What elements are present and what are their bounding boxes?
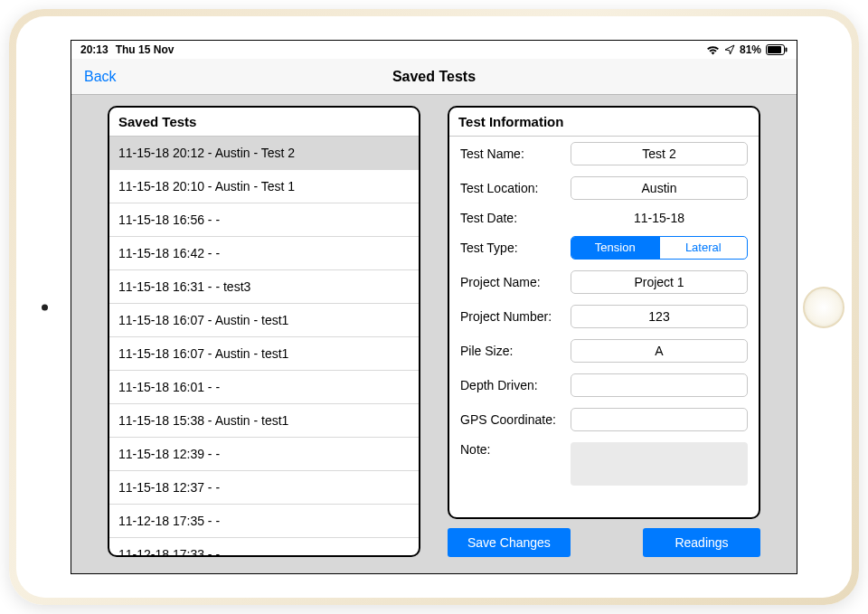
saved-test-row[interactable]: 11-15-18 16:56 - - bbox=[109, 203, 419, 237]
label-test-name: Test Name: bbox=[460, 146, 561, 161]
test-info-panel: Test Information Test Name: Test Locatio… bbox=[448, 106, 760, 519]
input-gps[interactable] bbox=[571, 408, 748, 431]
test-info-column: Test Information Test Name: Test Locatio… bbox=[448, 106, 760, 557]
bottom-buttons: Save Changes Readings bbox=[448, 528, 760, 557]
saved-test-row[interactable]: 11-15-18 16:07 - Austin - test1 bbox=[109, 337, 419, 371]
home-button[interactable] bbox=[803, 287, 844, 328]
saved-tests-panel: Saved Tests 11-15-18 20:12 - Austin - Te… bbox=[108, 106, 420, 557]
status-battery: 81% bbox=[740, 43, 761, 56]
saved-test-row[interactable]: 11-15-18 16:07 - Austin - test1 bbox=[109, 304, 419, 337]
saved-test-row[interactable]: 11-15-18 12:37 - - bbox=[109, 471, 419, 505]
input-pile-size[interactable] bbox=[571, 339, 748, 363]
input-depth-driven[interactable] bbox=[571, 373, 748, 397]
label-test-date: Test Date: bbox=[460, 211, 561, 225]
svg-rect-1 bbox=[768, 46, 781, 53]
label-project-number: Project Number: bbox=[460, 309, 561, 324]
battery-icon bbox=[766, 44, 788, 55]
segment-tension[interactable]: Tension bbox=[571, 237, 659, 259]
page-title: Saved Tests bbox=[392, 69, 476, 85]
readings-button[interactable]: Readings bbox=[643, 528, 760, 557]
saved-test-row[interactable]: 11-15-18 12:39 - - bbox=[109, 438, 419, 471]
screen: 20:13 Thu 15 Nov 81% Back Saved Tests bbox=[71, 40, 797, 574]
wifi-icon bbox=[706, 45, 720, 55]
status-bar: 20:13 Thu 15 Nov 81% bbox=[71, 41, 797, 59]
test-info-form: Test Name: Test Location: Test Date: 11-… bbox=[449, 137, 759, 517]
saved-test-row[interactable]: 11-15-18 16:31 - - test3 bbox=[109, 270, 419, 304]
input-project-number[interactable] bbox=[571, 305, 748, 328]
label-depth-driven: Depth Driven: bbox=[460, 378, 561, 392]
input-note[interactable] bbox=[571, 442, 748, 486]
location-icon bbox=[724, 44, 735, 55]
saved-test-row[interactable]: 11-12-18 17:33 - - bbox=[109, 538, 419, 555]
label-pile-size: Pile Size: bbox=[460, 344, 561, 358]
saved-tests-list[interactable]: 11-15-18 20:12 - Austin - Test 211-15-18… bbox=[109, 137, 419, 555]
status-time: 20:13 bbox=[80, 43, 108, 56]
test-info-header: Test Information bbox=[449, 108, 759, 137]
save-changes-button[interactable]: Save Changes bbox=[448, 528, 571, 557]
label-project-name: Project Name: bbox=[460, 275, 561, 289]
camera-icon bbox=[42, 304, 48, 310]
status-date: Thu 15 Nov bbox=[116, 43, 175, 56]
device-frame: 20:13 Thu 15 Nov 81% Back Saved Tests bbox=[9, 9, 859, 605]
label-note: Note: bbox=[460, 442, 561, 457]
saved-test-row[interactable]: 11-15-18 16:42 - - bbox=[109, 237, 419, 270]
label-test-location: Test Location: bbox=[460, 181, 561, 195]
svg-rect-2 bbox=[786, 48, 788, 52]
saved-test-row[interactable]: 11-12-18 17:35 - - bbox=[109, 505, 419, 538]
label-gps: GPS Coordinate: bbox=[460, 412, 561, 427]
content: Saved Tests 11-15-18 20:12 - Austin - Te… bbox=[71, 95, 797, 573]
input-test-location[interactable] bbox=[571, 176, 748, 200]
input-project-name[interactable] bbox=[571, 270, 748, 294]
value-test-date: 11-15-18 bbox=[571, 211, 748, 225]
device-inner: 20:13 Thu 15 Nov 81% Back Saved Tests bbox=[16, 16, 852, 598]
saved-tests-header: Saved Tests bbox=[109, 108, 419, 137]
input-test-name[interactable] bbox=[571, 142, 748, 165]
saved-test-row[interactable]: 11-15-18 15:38 - Austin - test1 bbox=[109, 404, 419, 438]
label-test-type: Test Type: bbox=[460, 241, 561, 255]
segment-lateral[interactable]: Lateral bbox=[659, 237, 748, 259]
saved-test-row[interactable]: 11-15-18 20:10 - Austin - Test 1 bbox=[109, 170, 419, 203]
segmented-test-type[interactable]: TensionLateral bbox=[571, 236, 748, 260]
saved-test-row[interactable]: 11-15-18 16:01 - - bbox=[109, 371, 419, 404]
nav-bar: Back Saved Tests bbox=[71, 59, 797, 95]
saved-test-row[interactable]: 11-15-18 20:12 - Austin - Test 2 bbox=[109, 137, 419, 170]
back-button[interactable]: Back bbox=[71, 69, 129, 85]
